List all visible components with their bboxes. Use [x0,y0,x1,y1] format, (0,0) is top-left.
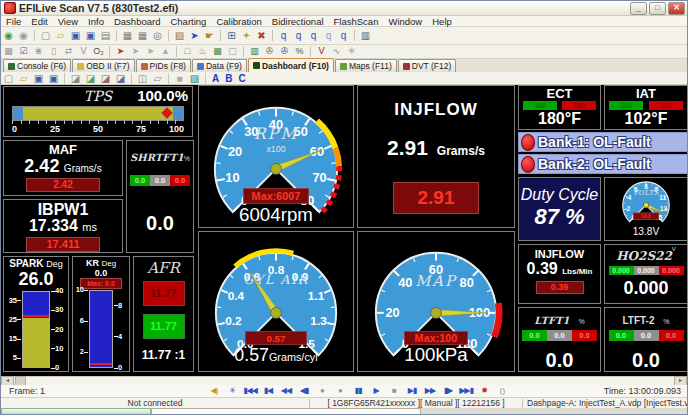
connect-icon[interactable]: ◉ [1,29,16,42]
new-file-icon[interactable]: ▢ [38,29,53,42]
bg-image-icon[interactable]: ▨ [187,72,202,85]
tab-data-f9-[interactable]: Data (F9) [192,59,247,72]
dashpage-c-button[interactable]: C [235,73,248,84]
pid-a-icon[interactable]: q [276,29,291,42]
bottom-scrollbar-thumb[interactable] [151,408,421,415]
print-icon[interactable]: ▦ [120,29,135,42]
blank-icon[interactable]: ▢ [225,46,240,57]
scales-icon[interactable]: ☖ [180,46,195,57]
print-preview-icon[interactable]: ◎ [150,29,165,42]
gauge-style-2-icon[interactable]: ◪ [83,72,98,85]
filter-icon[interactable]: ▩ [1,46,16,57]
swap-icon[interactable]: ⇄ [61,46,76,57]
save-as-icon[interactable]: ▣ [83,29,98,42]
gray-arrow-1-icon[interactable]: ➤ [128,46,143,57]
restore-button[interactable]: □ [649,2,666,15]
step-forward-button[interactable]: ▶▮ [403,385,421,396]
gauge-style-4-icon[interactable]: ◪ [113,72,128,85]
wand-icon[interactable]: ✦ [239,29,254,42]
upload-icon[interactable]: ➤ [187,29,202,42]
print-setup-icon[interactable]: ▦ [135,29,150,42]
menu-charting[interactable]: Charting [165,16,211,27]
menu-file[interactable]: File [1,16,26,27]
up-arrow-icon[interactable]: ▲ [158,46,173,57]
prev-frame-button[interactable]: ▮◀ [259,385,277,396]
dash-new-icon[interactable]: ▢ [1,72,16,85]
save-icon[interactable]: ▣ [68,29,83,42]
disconnect-icon[interactable]: ◉ [16,29,31,42]
dash-open-icon[interactable]: ▱ [16,72,31,85]
percent-icon[interactable]: % [292,46,307,57]
record-2-button[interactable]: ● [331,385,349,396]
o2-icon[interactable]: O₂ [91,46,106,57]
delete-icon[interactable]: ✖ [254,29,269,42]
menu-view[interactable]: View [53,16,83,27]
stop-button[interactable]: ■ [385,385,403,396]
tab-console-f6-[interactable]: Console (F6) [3,59,71,72]
chart-icon[interactable]: ▥ [247,46,262,57]
pid-b-icon[interactable]: q [291,29,306,42]
title-bar[interactable]: EFILive Scan V7.5 (830Test2.efi) _ □ ✕ [1,1,687,16]
wave-icon[interactable]: ∿ [329,46,344,57]
horizontal-scrollbar[interactable]: ◂ ▸ [1,376,687,385]
step-back-button[interactable]: ◀▮ [295,385,313,396]
tab-maps-f11-[interactable]: Maps (F11) [335,59,397,72]
dashpage-a-button[interactable]: A [209,73,222,84]
pid-e-icon[interactable]: q [336,29,351,42]
tab-dashboard-f10-[interactable]: Dashboard (F10) [248,58,334,72]
properties-icon[interactable]: ▧ [172,29,187,42]
export-icon[interactable]: ▤ [98,29,113,42]
flag-button[interactable]: ✹ [475,385,493,396]
flower-icon[interactable]: ❀ [31,46,46,57]
menu-edit[interactable]: Edit [26,16,52,27]
dvt-v-icon[interactable]: Ⅴ [314,46,329,57]
dashpage-b-button[interactable]: B [222,73,235,84]
minimize-button[interactable]: _ [630,2,647,15]
menu-calibration[interactable]: Calibration [211,16,266,27]
menu-flashscan[interactable]: FlashScan [329,16,384,27]
open-file-icon[interactable]: ▱ [53,29,68,42]
tab-pids-f8-[interactable]: PIDs (F8) [136,59,191,72]
spark-icon[interactable]: ✳ [344,46,359,57]
gauge-style-3-icon[interactable]: ◪ [98,72,113,85]
grid-icon[interactable]: ⊞ [224,29,239,42]
record-1-button[interactable]: ● [313,385,331,396]
menu-info[interactable]: Info [83,16,109,27]
settings-button[interactable]: ✳ [223,385,241,396]
panel-icon[interactable]: ▯ [46,46,61,57]
mute-button[interactable]: ◀) [205,385,223,396]
flask-icon[interactable]: ♨ [195,46,210,57]
monitor-icon[interactable]: ▥ [358,29,373,42]
close-button[interactable]: ✕ [668,2,685,15]
validate-icon[interactable]: ☑ [16,46,31,57]
loop-button[interactable]: ( ) [493,385,511,396]
v-icon[interactable]: Ⅴ [76,46,91,57]
menu-help[interactable]: Help [427,16,457,27]
red-arrow-icon[interactable]: ➤ [113,46,128,57]
pid-c-icon[interactable]: q [306,29,321,42]
fast-forward-button[interactable]: ▶▶ [421,385,439,396]
play-button[interactable]: ▶ [367,385,385,396]
hand-icon[interactable]: ☛ [202,29,217,42]
menu-window[interactable]: Window [383,16,427,27]
gray-arrow-2-icon[interactable]: ➤ [143,46,158,57]
pause-button[interactable]: ▮▮ [349,385,367,396]
palette-icon[interactable]: ▩ [210,46,225,57]
skip-end-button[interactable]: ▶▶▮ [457,385,475,396]
menu-dashboard[interactable]: Dashboard [109,16,165,27]
skip-start-button[interactable]: ▮◀◀ [241,385,259,396]
dash-save-icon[interactable]: ▣ [31,72,46,85]
dash-save-as-icon[interactable]: ▣ [46,72,61,85]
tab-dvt-f12-[interactable]: DVT (F12) [398,59,457,72]
key-2-icon[interactable]: ✇ [277,46,292,57]
menu-bidirectional[interactable]: Bidirectional [267,16,329,27]
rewind-button[interactable]: ◀◀ [277,385,295,396]
pid-d-icon[interactable]: q [321,29,336,42]
key-1-icon[interactable]: ✇ [262,46,277,57]
layout-2-icon[interactable]: ▱ [150,72,165,85]
tab-obd-ii-f7-[interactable]: OBD II (F7) [72,59,134,72]
next-frame-button[interactable]: ▮▶ [439,385,457,396]
layout-1-icon[interactable]: ◫ [135,72,150,85]
bg-gray-icon[interactable]: ■ [172,72,187,85]
gauge-style-1-icon[interactable]: ◪ [68,72,83,85]
